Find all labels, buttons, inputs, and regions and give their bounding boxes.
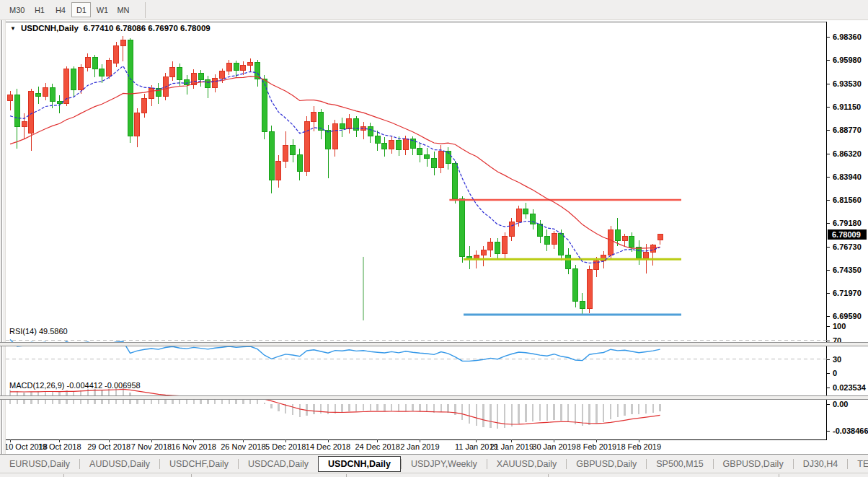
axis-tick: [827, 130, 830, 131]
price-axis-label: 6.83940: [833, 172, 862, 181]
date-axis-label: 14 Dec 2018: [306, 442, 350, 451]
axis-tick: [827, 316, 830, 317]
pane-separator-rsi[interactable]: [0, 342, 868, 346]
date-axis-label: 24 Dec 2018: [355, 442, 399, 451]
price-axis-label: 6.71970: [833, 289, 862, 297]
date-axis-label: 29 Oct 2018: [87, 442, 130, 451]
date-axis-label: 18 Feb 2019: [616, 442, 661, 451]
price-axis[interactable]: 6.983606.959806.935306.911506.887706.863…: [827, 20, 868, 454]
chart-ohlc-values: 6.77410 6.78086 6.76970 6.78009: [84, 24, 211, 32]
axis-tick: [827, 154, 830, 154]
date-axis-label: 2 Jan 2019: [400, 442, 439, 451]
chart-tab-bar: EURUSD,DailyAUDUSD,DailyUSDCHF,DailyUSDC…: [0, 454, 868, 473]
rsi-axis-label: 100: [833, 322, 846, 331]
tab-usdchf-daily[interactable]: USDCHF,Daily: [160, 456, 238, 472]
tab-xauusd-daily[interactable]: XAUUSD,Daily: [487, 456, 566, 472]
timeframe-button-h4[interactable]: H4: [50, 2, 70, 17]
collapse-triangle-icon[interactable]: ▼: [10, 25, 16, 32]
axis-tick: [827, 200, 830, 201]
chart-symbol-label: USDCNH,Daily: [21, 24, 79, 32]
rsi-indicator-label: RSI(14) 49.5860: [9, 327, 68, 336]
tab-tech100[interactable]: TECH100,: [848, 456, 868, 472]
timeframe-button-m30[interactable]: M30: [6, 2, 28, 17]
toolbar-separator: [145, 2, 146, 18]
timeframe-button-h1[interactable]: H1: [30, 2, 49, 17]
axis-tick: [827, 84, 830, 84]
axis-tick: [827, 326, 830, 327]
tab-eurusd-daily[interactable]: EURUSD,Daily: [0, 456, 79, 472]
axis-tick: [827, 404, 830, 405]
axis-tick: [827, 431, 830, 432]
axis-tick: [827, 60, 830, 61]
axis-tick: [827, 293, 830, 294]
axis-tick: [827, 359, 830, 360]
tab-sp500-m15[interactable]: SP500,M15: [647, 456, 712, 472]
date-axis-label: 30 Jan 2019: [532, 442, 576, 451]
tab-usdcad-daily[interactable]: USDCAD,Daily: [239, 456, 318, 472]
date-axis-label: 21 Jan 2019: [490, 442, 534, 451]
chart-title: ▼ USDCNH,Daily 6.77410 6.78086 6.76970 6…: [10, 24, 211, 32]
axis-tick: [827, 223, 830, 224]
rsi-axis-label: 30: [833, 355, 841, 364]
date-axis-label: 5 Dec 2018: [265, 442, 306, 451]
tab-audusd-daily[interactable]: AUDUSD,Daily: [80, 456, 159, 472]
axis-tick: [827, 270, 830, 271]
terminal-window: M30H1H4D1W1MN 10 Oct 201819 Oct 201829 O…: [0, 0, 868, 477]
axis-tick: [827, 341, 830, 341]
tab-gbpusd-daily[interactable]: GBPUSD,Daily: [567, 456, 646, 472]
tab-gbpusd-daily[interactable]: GBPUSD,Daily: [714, 456, 793, 472]
axis-tick: [827, 37, 830, 38]
current-price-tag: 6.78009: [828, 229, 867, 240]
price-axis-label: 6.91150: [833, 102, 861, 111]
axis-tick: [827, 388, 830, 388]
tab-usdjpy-weekly[interactable]: USDJPY,Weekly: [402, 456, 487, 472]
price-axis-label: 6.88770: [833, 126, 862, 134]
macd-axis-label: 0.00: [833, 400, 848, 408]
price-axis-label: 6.81560: [833, 196, 862, 204]
axis-tick: [827, 107, 830, 108]
window-left-edge: [0, 20, 6, 454]
price-axis-label: 6.95980: [833, 56, 862, 64]
macd-axis-label: 0.023534: [833, 383, 866, 392]
timeframe-button-d1[interactable]: D1: [71, 2, 91, 17]
price-axis-label: 6.74350: [833, 266, 862, 274]
date-axis-label: 19 Oct 2018: [38, 442, 81, 451]
macd-axis-label: -0.038466: [833, 426, 868, 435]
price-axis-label: 6.69590: [833, 312, 862, 320]
bottom-strip: [0, 473, 868, 477]
axis-tick: [827, 177, 830, 178]
timeframe-toolbar: M30H1H4D1W1MN: [0, 0, 868, 20]
price-axis-label: 6.76730: [833, 242, 862, 251]
date-axis-label: 8 Feb 2019: [577, 442, 617, 451]
price-axis-label: 6.79180: [833, 219, 862, 227]
price-axis-label: 6.86320: [833, 149, 862, 158]
date-axis-label: 16 Nov 2018: [172, 442, 216, 451]
timeframe-button-w1[interactable]: W1: [92, 2, 112, 17]
price-axis-label: 6.93530: [833, 79, 862, 88]
axis-tick: [827, 373, 830, 374]
pane-separator-macd[interactable]: [0, 395, 868, 400]
macd-indicator-label: MACD(12,26,9) -0.004412 -0.006958: [9, 381, 141, 390]
date-axis-label: 7 Nov 2018: [131, 442, 172, 451]
tab-usdcnh-daily[interactable]: USDCNH,Daily: [318, 456, 401, 472]
timeframe-button-mn[interactable]: MN: [113, 2, 133, 17]
chart-window: 10 Oct 201819 Oct 201829 Oct 20187 Nov 2…: [0, 20, 868, 454]
axis-tick: [827, 247, 830, 248]
price-axis-label: 6.98360: [833, 32, 862, 41]
date-axis-label: 26 Nov 2018: [221, 442, 265, 451]
tab-dj30-h4[interactable]: DJ30,H4: [794, 456, 848, 472]
rsi-axis-label: 0: [833, 369, 837, 377]
